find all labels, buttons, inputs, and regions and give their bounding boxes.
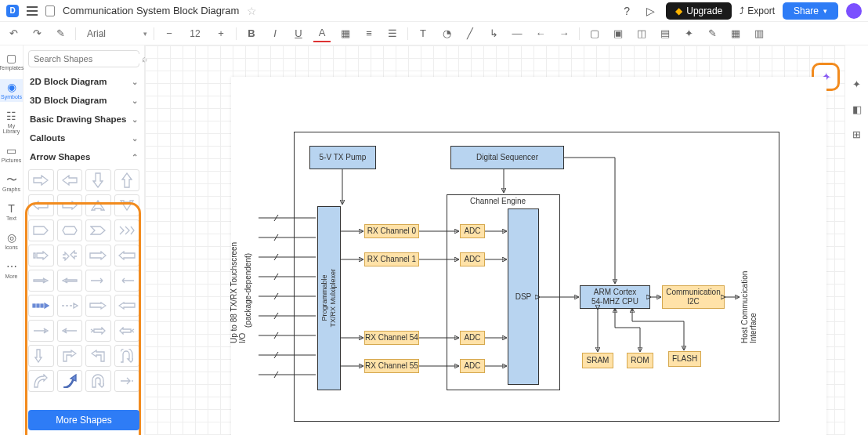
arrow-up2[interactable] [85,194,111,216]
favorite-icon[interactable]: ☆ [247,5,257,17]
arrow-wide-l[interactable] [114,245,140,266]
export-button[interactable]: ⤴Export [740,5,775,16]
arrow-curve-r[interactable] [28,370,54,392]
arrow-box-l[interactable] [114,295,140,317]
arrow-uturn-r[interactable] [114,345,140,367]
block-flash[interactable]: FLASH [668,351,701,367]
font-color-button[interactable]: A [313,25,331,42]
shape3-icon[interactable]: ◫ [633,25,650,42]
magic-icon[interactable]: ✦ [680,25,697,42]
arrow-thin-l[interactable] [57,270,83,292]
block-rx54[interactable]: RX Channel 54 [364,331,419,345]
block-mux[interactable]: ProgrammableTX/RX Mulxiplexer [317,206,341,390]
align-button[interactable]: ≡ [360,25,378,42]
line-style-button[interactable]: — [508,25,526,42]
rail-symbols[interactable]: ◉Symbols [0,79,23,102]
block-sram[interactable]: SRAM [582,353,613,368]
canvas[interactable]: ✦ 5-V TX Pump Digital Sequencer Channel … [145,45,844,435]
size-plus[interactable]: + [212,25,230,42]
arrow-up[interactable] [114,169,140,191]
arrow-down[interactable] [85,169,111,191]
block-adc3[interactable]: ADC [460,359,485,373]
arrow-bend-rd[interactable] [57,345,83,367]
line-color-button[interactable]: ╱ [461,25,479,42]
arrow-thin-r2[interactable] [85,270,111,292]
arrow-pent-r[interactable] [28,219,54,241]
cat-arrow-shapes[interactable]: Arrow Shapes⌃ [28,147,139,166]
shape2-icon[interactable]: ▣ [609,25,627,42]
avatar[interactable] [846,3,862,19]
text-tool[interactable]: T [414,25,432,42]
share-button[interactable]: Share▾ [783,2,838,20]
arrow-box-r[interactable] [85,295,111,317]
rail-icons[interactable]: ◎Icons [0,230,23,252]
arrow-thin-l2[interactable] [114,270,140,292]
arrow-hex[interactable] [57,219,83,241]
search-input[interactable] [34,54,142,63]
block-digital-sequencer[interactable]: Digital Sequencer [450,146,564,169]
arrow-start-button[interactable]: ← [532,25,549,42]
style-icon[interactable]: ◧ [850,102,864,116]
size-minus[interactable]: − [161,25,178,42]
arrow-dash-r[interactable] [57,295,83,317]
shape1-icon[interactable]: ▢ [586,25,603,42]
search-shapes[interactable]: ⌕ [28,50,139,67]
undo-icon[interactable]: ↶ [5,25,22,42]
shape4-icon[interactable]: ▤ [656,25,674,42]
arrow-bend-ld[interactable] [85,345,111,367]
arrow-seg-r[interactable] [28,295,54,317]
arrow-bend-dr[interactable] [28,345,54,367]
menu-icon[interactable] [27,6,38,16]
arrow-tail-r[interactable] [85,320,111,342]
arrow-curve-lr[interactable] [57,245,83,266]
redo-icon[interactable]: ↷ [28,25,45,42]
edit-icon[interactable]: ✎ [703,25,721,42]
arrow-right[interactable] [28,169,54,191]
block-adc0[interactable]: ADC [460,224,485,238]
arrow-line-l[interactable] [57,320,83,342]
list-button[interactable]: ☰ [384,25,401,42]
font-select[interactable]: Arial [82,27,137,41]
italic-button[interactable]: I [266,25,284,42]
help-icon[interactable]: ? [619,3,635,19]
rail-more[interactable]: ⋯More [0,259,23,281]
grid-icon[interactable]: ▦ [727,25,744,42]
upgrade-button[interactable]: ◆Upgrade [666,2,732,20]
app-logo[interactable]: D [6,5,19,17]
underline-button[interactable]: U [290,25,307,42]
block-comm[interactable]: CommunicationI2C [662,285,725,309]
arrow-stripe-r[interactable] [28,245,54,266]
cat-callouts[interactable]: Callouts⌄ [28,129,139,147]
arrow-end-button[interactable]: → [555,25,573,42]
block-adc1[interactable]: ADC [460,252,485,266]
block-rx55[interactable]: RX Channel 55 [364,359,419,373]
arrow-thin-r[interactable] [28,270,54,292]
block-tx-pump[interactable]: 5-V TX Pump [309,146,376,169]
rail-pictures[interactable]: ▭Pictures [0,143,23,165]
arrow-right2[interactable] [57,194,83,216]
cat-3d-block[interactable]: 3D Block Diagram⌄ [28,91,139,110]
rail-templates[interactable]: ▢Templates [0,50,23,73]
font-size[interactable]: 12 [184,28,206,39]
highlight-button[interactable]: ▦ [337,25,354,42]
arrow-left[interactable] [57,169,83,191]
arrow-curve-up[interactable] [57,370,83,392]
block-cpu[interactable]: ARM Cortex54-MHZ CPU [580,285,650,309]
arrow-dbl-chev[interactable] [114,219,140,241]
block-dsp[interactable]: DSP [508,208,539,385]
block-rx1[interactable]: RX Channel 1 [364,252,419,266]
rail-text[interactable]: TText [0,201,23,223]
block-rx0[interactable]: RX Channel 0 [364,224,419,238]
block-rom[interactable]: ROM [627,353,653,368]
rail-mylib[interactable]: ☷My Library [0,108,23,136]
arrow-uturn2[interactable] [85,370,111,392]
more-shapes-button[interactable]: More Shapes [28,410,139,430]
bold-button[interactable]: B [243,25,260,42]
arrow-wide-r[interactable] [85,245,111,266]
arrow-left2[interactable] [28,194,54,216]
cat-basic-shapes[interactable]: Basic Drawing Shapes⌄ [28,110,139,129]
ai-icon[interactable]: ✦ [850,77,864,91]
fill-button[interactable]: ◔ [438,25,455,42]
arrow-line-r[interactable] [28,320,54,342]
block-adc2[interactable]: ADC [460,331,485,345]
